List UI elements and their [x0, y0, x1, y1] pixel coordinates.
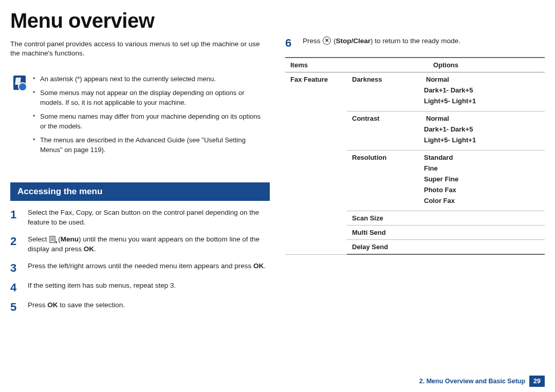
subitem-cell: Delay Send: [347, 240, 545, 255]
table-header-row: Items Options: [285, 58, 545, 72]
left-column: The control panel provides access to var…: [10, 36, 270, 320]
step-fragment: Press: [303, 37, 322, 45]
step-text: Press the left/right arrows until the ne…: [28, 262, 270, 271]
footer-page-number: 29: [529, 376, 545, 387]
subitem-cell: Multi Send: [347, 226, 545, 240]
step-fragment: Select: [28, 235, 49, 243]
value-option: Dark+1- Dark+5: [424, 86, 540, 94]
note-item: An asterisk (*) appears next to the curr…: [33, 74, 265, 84]
menu-icon: [49, 236, 58, 244]
value-option: Dark+1- Dark+5: [424, 125, 540, 133]
subitem-cell: Contrast: [347, 111, 419, 151]
ok-label: OK: [84, 245, 94, 253]
step-3: 3 Press the left/right arrows until the …: [10, 262, 270, 274]
right-column: 6 Press ✕ (Stop/Clear) to return to the …: [285, 36, 545, 320]
value-option: Normal: [424, 115, 540, 122]
value-option: Fine: [424, 164, 540, 172]
values-cell: Standard Fine Super Fine Photo Fax Color…: [419, 151, 545, 211]
step-number: 1: [10, 208, 20, 220]
value-option: Color Fax: [424, 197, 540, 204]
steps-list: 1 Select the Fax, Copy, or Scan button o…: [10, 208, 270, 313]
step-number: 4: [10, 281, 20, 293]
ok-label: OK: [253, 262, 264, 270]
footer-chapter: 2. Menu Overview and Basic Setup: [419, 378, 525, 385]
two-column-layout: The control panel provides access to var…: [0, 36, 555, 320]
col-items: Items: [285, 58, 347, 72]
step-text: Select (Menu) until the menu you want ap…: [28, 235, 270, 254]
step-number: 6: [285, 36, 294, 49]
step-fragment: .: [264, 262, 266, 270]
note-list: An asterisk (*) appears next to the curr…: [33, 74, 265, 159]
steps-continued: 6 Press ✕ (Stop/Clear) to return to the …: [285, 36, 545, 49]
step-number: 3: [10, 262, 20, 274]
menu-label: Menu: [61, 235, 79, 243]
menu-table: Items Options Fax Feature Darkness Norma…: [285, 57, 545, 255]
step-fragment: to save the selection.: [58, 301, 125, 309]
step-number: 5: [10, 301, 20, 313]
value-option: Light+5- Light+1: [424, 136, 540, 144]
note-item: The menus are described in the Advanced …: [33, 136, 265, 155]
subitem-cell: Darkness: [347, 72, 419, 111]
step-4: 4 If the setting item has sub menus, rep…: [10, 281, 270, 293]
subitem-cell: Resolution: [347, 151, 419, 211]
page-footer: 2. Menu Overview and Basic Setup 29: [419, 376, 545, 387]
values-cell: Normal Dark+1- Dark+5 Light+5- Light+1: [419, 111, 545, 151]
step-6: 6 Press ✕ (Stop/Clear) to return to the …: [285, 36, 545, 49]
value-option: Photo Fax: [424, 186, 540, 194]
step-text: Press ✕ (Stop/Clear) to return to the re…: [303, 36, 545, 46]
value-option: Super Fine: [424, 175, 540, 183]
step-number: 2: [10, 235, 20, 247]
item-cell: Fax Feature: [285, 72, 347, 255]
step-fragment: .: [94, 245, 96, 253]
note-item: Some menus may not appear on the display…: [33, 88, 265, 108]
step-2: 2 Select (Menu) until the menu you want …: [10, 235, 270, 254]
col-options: Options: [347, 58, 545, 72]
stop-clear-icon: ✕: [323, 36, 331, 45]
ok-label: OK: [47, 301, 58, 309]
step-1: 1 Select the Fax, Copy, or Scan button o…: [10, 208, 270, 228]
step-text: Press OK to save the selection.: [28, 301, 270, 310]
note-item: Some menu names may differ from your mac…: [33, 112, 265, 132]
values-cell: Normal Dark+1- Dark+5 Light+5- Light+1: [419, 72, 545, 111]
subitem-cell: Scan Size: [347, 211, 545, 226]
step-text: If the setting item has sub menus, repea…: [28, 281, 270, 291]
intro-paragraph: The control panel provides access to var…: [10, 40, 270, 58]
note-icon: [13, 76, 26, 90]
step-text: Select the Fax, Copy, or Scan button on …: [28, 208, 270, 228]
step-5: 5 Press OK to save the selection.: [10, 301, 270, 313]
step-fragment: Press the left/right arrows until the ne…: [28, 262, 253, 270]
section-heading: Accessing the menu: [10, 182, 270, 201]
step-fragment: ) to return to the ready mode.: [371, 37, 460, 45]
note-box: An asterisk (*) appears next to the curr…: [10, 69, 270, 164]
page-title: Menu overview: [0, 0, 555, 36]
value-option: Light+5- Light+1: [424, 97, 540, 105]
table-row: Fax Feature Darkness Normal Dark+1- Dark…: [285, 72, 545, 111]
stop-clear-label: Stop/Clear: [336, 37, 371, 45]
step-fragment: Press: [28, 301, 47, 309]
value-option: Standard: [424, 154, 540, 161]
value-option: Normal: [424, 76, 540, 83]
